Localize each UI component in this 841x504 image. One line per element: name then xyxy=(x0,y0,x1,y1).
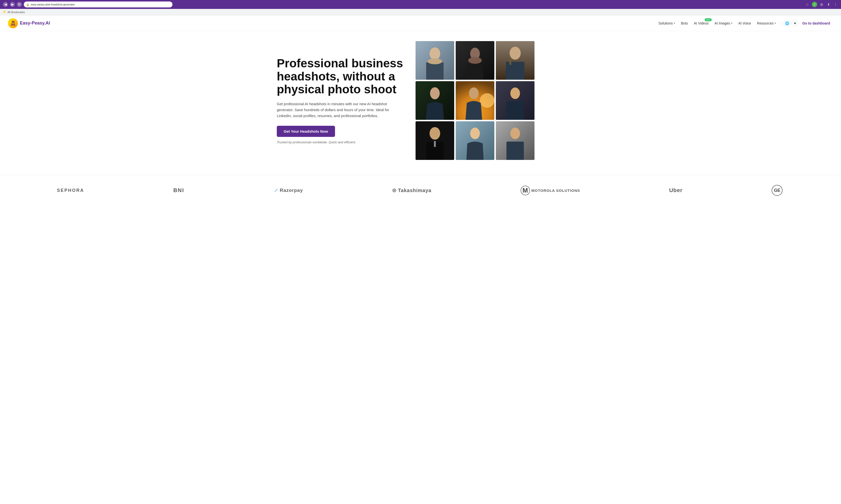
svg-point-25 xyxy=(430,127,440,140)
nav-ai-voice-link[interactable]: AI Voice xyxy=(736,20,754,27)
nav-item-resources: Resources ▾ xyxy=(755,20,778,27)
hero-content: Professional business headshots, without… xyxy=(277,57,406,144)
nav-resources-link[interactable]: Resources ▾ xyxy=(755,20,778,27)
dashboard-button[interactable]: Go to dashboard xyxy=(800,20,833,27)
nav-solutions-link[interactable]: Solutions ▾ xyxy=(656,20,677,27)
resources-chevron: ▾ xyxy=(775,22,776,24)
bots-label: Bots xyxy=(681,21,688,25)
headshot-photo-grid xyxy=(415,41,534,160)
svg-rect-32 xyxy=(507,142,524,160)
nav-item-ai-voice: AI Voice xyxy=(736,20,754,27)
takashimaya-logo: Takashimaya xyxy=(398,187,431,193)
lock-icon: 🔒 xyxy=(26,3,29,6)
cta-button[interactable]: Get Your Headshots Now xyxy=(277,126,335,137)
extensions-button[interactable]: ⊞ xyxy=(819,2,824,7)
ai-videos-label: AI Videos xyxy=(694,21,709,25)
svg-point-8 xyxy=(468,57,482,64)
motorola-icon: M xyxy=(520,186,530,195)
svg-point-29 xyxy=(470,127,480,139)
solutions-chevron: ▾ xyxy=(674,22,675,24)
brand-ge: GE xyxy=(772,185,784,196)
sun-icon[interactable]: ☀ xyxy=(791,20,799,27)
ge-text: GE xyxy=(774,188,780,193)
uber-logo: Uber xyxy=(669,187,682,194)
brand-takashimaya: ⊛ Takashimaya xyxy=(392,187,431,194)
logo-icon: 🧸 xyxy=(8,18,18,28)
ai-voice-label: AI Voice xyxy=(738,21,751,25)
logo-link[interactable]: 🧸 Easy-Peasy.AI xyxy=(8,18,50,28)
bookmarks-label: All Bookmarks xyxy=(7,11,25,14)
ai-videos-badge: New xyxy=(705,18,711,21)
nav-bots-link[interactable]: Bots xyxy=(679,20,690,27)
browser-actions: ☆ D ⊞ ⬇ ⋮ xyxy=(805,2,838,7)
url-text: easy-peasy.ai/ai-headshot-generator xyxy=(31,3,75,6)
hero-description: Get professional AI headshots in minutes… xyxy=(277,101,396,119)
forward-button[interactable]: ▶ xyxy=(10,2,15,7)
svg-point-22 xyxy=(511,87,520,99)
brand-sephora: SEPHORA xyxy=(57,188,84,193)
solutions-label: Solutions xyxy=(658,21,673,25)
nav-links: Solutions ▾ Bots AI Videos New AI Images… xyxy=(656,20,833,27)
navbar: 🧸 Easy-Peasy.AI Solutions ▾ Bots AI Vide… xyxy=(0,15,841,31)
svg-point-4 xyxy=(428,58,442,64)
reload-button[interactable]: ↻ xyxy=(17,2,22,7)
svg-point-11 xyxy=(510,47,521,60)
photo-2 xyxy=(456,41,494,80)
nav-globe: 🌐 xyxy=(784,20,790,27)
nav-item-bots: Bots xyxy=(679,20,690,27)
brand-bni: BNI xyxy=(173,187,184,194)
motorola-logo: MOTOROLA SOLUTIONS xyxy=(532,188,580,193)
back-button[interactable]: ◀ xyxy=(3,2,8,7)
photo-4 xyxy=(415,81,454,120)
nav-dashboard: Go to dashboard xyxy=(800,20,833,27)
browser-chrome: ◀ ▶ ↻ 🔒 easy-peasy.ai/ai-headshot-genera… xyxy=(0,0,841,9)
svg-point-16 xyxy=(430,87,440,99)
sephora-logo: SEPHORA xyxy=(57,188,84,193)
globe-icon[interactable]: 🌐 xyxy=(784,20,790,27)
address-bar[interactable]: 🔒 easy-peasy.ai/ai-headshot-generator xyxy=(24,1,172,7)
photo-8 xyxy=(456,121,494,160)
photo-6 xyxy=(496,81,534,120)
star-button[interactable]: ☆ xyxy=(805,2,810,7)
bookmarks-icon: 📁 xyxy=(3,11,6,14)
bookmarks-bar: 📁 All Bookmarks xyxy=(0,9,841,15)
bookmarks-item[interactable]: 📁 All Bookmarks xyxy=(3,11,25,14)
hero-section: Professional business headshots, without… xyxy=(247,31,594,175)
nav-item-solutions: Solutions ▾ xyxy=(656,20,677,27)
hero-title: Professional business headshots, without… xyxy=(277,57,406,96)
nav-divider xyxy=(781,21,781,26)
ai-images-label: AI Images xyxy=(715,21,730,25)
svg-point-2 xyxy=(430,47,440,60)
svg-rect-12 xyxy=(506,62,524,80)
logo-text: Easy-Peasy.AI xyxy=(20,20,50,26)
profile-avatar[interactable]: D xyxy=(812,2,817,7)
svg-rect-23 xyxy=(507,102,524,120)
nav-item-ai-videos: AI Videos New xyxy=(691,20,711,27)
trust-text: Trusted by professionals worldwide. Quic… xyxy=(277,140,406,144)
nav-ai-images-link[interactable]: AI Images ▾ xyxy=(712,20,735,27)
svg-rect-27 xyxy=(434,141,436,147)
razorpay-logo: Razorpay xyxy=(280,187,303,193)
brands-section: SEPHORA BNI ⟋ Razorpay ⊛ Takashimaya M M… xyxy=(0,175,841,206)
svg-point-19 xyxy=(469,87,479,99)
svg-point-18 xyxy=(480,93,495,108)
svg-point-31 xyxy=(511,127,520,139)
takashimaya-icon: ⊛ xyxy=(392,187,396,194)
brand-razorpay: ⟋ Razorpay xyxy=(273,187,303,194)
nav-item-ai-images: AI Images ▾ xyxy=(712,20,735,27)
download-button[interactable]: ⬇ xyxy=(826,2,831,7)
svg-rect-3 xyxy=(426,62,444,80)
resources-label: Resources xyxy=(757,21,774,25)
brand-motorola: M MOTOROLA SOLUTIONS xyxy=(520,186,580,195)
ai-images-chevron: ▾ xyxy=(731,22,733,24)
svg-rect-13 xyxy=(510,58,512,65)
brands-row: SEPHORA BNI ⟋ Razorpay ⊛ Takashimaya M M… xyxy=(15,185,826,196)
ge-logo: GE xyxy=(772,185,783,196)
photo-1 xyxy=(415,41,454,80)
nav-theme: ☀ xyxy=(791,20,799,27)
photo-3 xyxy=(496,41,534,80)
brand-uber: Uber xyxy=(669,187,682,194)
photo-9 xyxy=(496,121,534,160)
razorpay-icon: ⟋ xyxy=(273,187,279,194)
menu-button[interactable]: ⋮ xyxy=(833,2,838,7)
